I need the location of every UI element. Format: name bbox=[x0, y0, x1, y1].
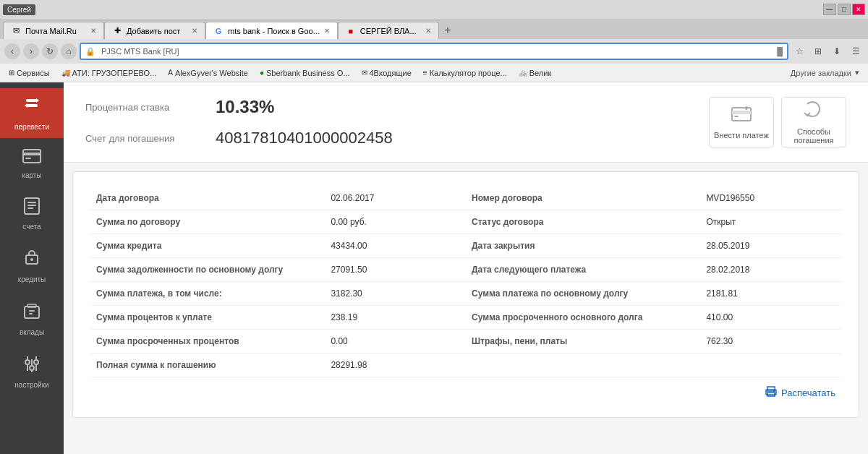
nastrojki-icon bbox=[22, 354, 42, 378]
svg-rect-27 bbox=[732, 111, 751, 114]
close-button[interactable]: ✕ bbox=[852, 4, 865, 15]
svg-rect-13 bbox=[25, 307, 39, 318]
extensions-button[interactable]: ⊞ bbox=[810, 43, 826, 59]
kredity-icon bbox=[22, 248, 42, 273]
top-info-grid: Процентная ставка 10.33% Счет для погаше… bbox=[85, 97, 393, 147]
other-bookmarks[interactable]: Другие закладки ▾ bbox=[786, 67, 864, 79]
bookmark-calc[interactable]: ≡ Калькулятор проце... bbox=[419, 67, 511, 79]
print-label: Распечатать bbox=[781, 387, 835, 398]
detail-label-3-right: Дата следующего платежа bbox=[466, 258, 700, 282]
tab-sergey-close[interactable]: ✕ bbox=[425, 27, 431, 35]
bookmark-services[interactable]: ⊞ Сервисы bbox=[4, 67, 54, 79]
bookmark-bike[interactable]: 🚲 Велик bbox=[514, 67, 556, 79]
tab-mail-icon: ✉ bbox=[11, 26, 21, 36]
rate-value: 10.33% bbox=[216, 97, 274, 117]
svg-rect-5 bbox=[23, 153, 41, 155]
user-badge: Сергей bbox=[3, 4, 35, 15]
bookmark-inbox[interactable]: ✉ 4Входящие bbox=[357, 67, 416, 79]
refresh-button[interactable]: ↻ bbox=[42, 43, 58, 59]
tab-mail[interactable]: ✉ Почта Mail.Ru ✕ bbox=[3, 22, 104, 39]
detail-value-3-left: 27091.50 bbox=[325, 258, 466, 282]
sberbank-icon: ● bbox=[260, 69, 264, 77]
bookmark-inbox-label: 4Входящие bbox=[370, 69, 412, 77]
sposoby-label: Способы погашения bbox=[782, 127, 846, 145]
address-input-wrapper[interactable]: 🔒 PJSC MTS Bank [RU] █ bbox=[80, 43, 788, 60]
bike-icon: 🚲 bbox=[519, 69, 527, 77]
svg-point-19 bbox=[30, 366, 34, 370]
tab-sergey[interactable]: ■ СЕРГЕЙ ВЛА... ✕ bbox=[338, 22, 439, 39]
sidebar-item-perevesti[interactable]: перевести bbox=[0, 88, 64, 138]
detail-value-5-left: 238.19 bbox=[325, 306, 466, 330]
bookmark-calc-label: Калькулятор проце... bbox=[430, 69, 507, 77]
bookmark-alexgyver[interactable]: A AlexGyver's Website bbox=[163, 67, 252, 79]
print-row: Распечатать bbox=[90, 377, 841, 403]
chevron-down-icon: ▾ bbox=[855, 68, 859, 77]
tab-mts-label: mts bank - Поиск в Goo... bbox=[228, 27, 320, 35]
detail-value-1-left: 0.00 руб. bbox=[325, 210, 466, 234]
bookmark-sberbank[interactable]: ● Sberbank Business O... bbox=[255, 67, 354, 79]
bookmark-ati[interactable]: 🚚 АТИ: ГРУЗОПЕРЕВО... bbox=[57, 67, 161, 79]
sidebar-perevesti-label: перевести bbox=[14, 123, 49, 131]
rate-row: Процентная ставка 10.33% bbox=[85, 97, 393, 117]
sidebar-item-vklady[interactable]: вклады bbox=[0, 294, 64, 343]
print-button[interactable]: Распечатать bbox=[765, 386, 835, 400]
sidebar-karty-label: карты bbox=[22, 171, 41, 179]
tab-mts[interactable]: G mts bank - Поиск в Goo... ✕ bbox=[205, 22, 338, 39]
sidebar-vklady-label: вклады bbox=[20, 328, 44, 336]
minimize-button[interactable]: — bbox=[823, 4, 836, 15]
sidebar-kredity-label: кредиты bbox=[18, 275, 46, 283]
tab-sergey-label: СЕРГЕЙ ВЛА... bbox=[360, 27, 417, 35]
new-tab-button[interactable]: + bbox=[439, 22, 456, 39]
svg-rect-4 bbox=[23, 150, 41, 163]
vnosti-icon bbox=[731, 105, 752, 127]
detail-label-6-right: Штрафы, пени, платы bbox=[466, 330, 700, 354]
detail-label-4-left: Сумма платежа, в том числе: bbox=[90, 282, 325, 306]
tab-mts-close[interactable]: ✕ bbox=[324, 27, 330, 35]
vnosti-button[interactable]: Внести платеж bbox=[709, 97, 774, 147]
svg-rect-28 bbox=[734, 116, 739, 117]
bookmark-sberbank-label: Sberbank Business O... bbox=[266, 69, 350, 77]
detail-label-0-left: Дата договора bbox=[90, 187, 325, 210]
table-row: Сумма платежа, в том числе: 3182.30 Сумм… bbox=[90, 282, 841, 306]
title-bar: Сергей — □ ✕ bbox=[0, 0, 868, 19]
detail-value-6-left: 0.00 bbox=[325, 330, 466, 354]
sidebar-item-karty[interactable]: карты bbox=[0, 141, 64, 187]
download-button[interactable]: ⬇ bbox=[829, 43, 845, 59]
sidebar-nastrojki-label: настройки bbox=[14, 381, 48, 389]
details-section: Дата договора 02.06.2017 Номер договора … bbox=[72, 171, 859, 418]
star-button[interactable]: ☆ bbox=[791, 43, 807, 59]
tab-mail-close[interactable]: ✕ bbox=[90, 27, 96, 35]
top-section: Процентная ставка 10.33% Счет для погаше… bbox=[64, 82, 868, 163]
table-row: Сумма процентов к уплате 238.19 Сумма пр… bbox=[90, 306, 841, 330]
table-row: Сумма задолженности по основному долгу 2… bbox=[90, 258, 841, 282]
detail-value-2-right: 28.05.2019 bbox=[700, 234, 841, 258]
back-button[interactable]: ‹ bbox=[4, 43, 20, 59]
menu-button[interactable]: ☰ bbox=[848, 43, 864, 59]
account-row: Счет для погашения 40817810401000002458 bbox=[85, 129, 393, 147]
tab-post[interactable]: ✚ Добавить пост ✕ bbox=[104, 22, 205, 39]
tab-bar: ✉ Почта Mail.Ru ✕ ✚ Добавить пост ✕ G mt… bbox=[0, 19, 868, 39]
detail-label-1-left: Сумма по договору bbox=[90, 210, 325, 234]
bookmark-ati-label: АТИ: ГРУЗОПЕРЕВО... bbox=[72, 69, 157, 77]
window-controls: — □ ✕ bbox=[823, 4, 865, 15]
detail-label-7-left: Полная сумма к погашению bbox=[90, 354, 325, 377]
sidebar-item-nastrojki[interactable]: настройки bbox=[0, 346, 64, 396]
detail-value-0-right: MVD196550 bbox=[700, 187, 841, 210]
maximize-button[interactable]: □ bbox=[838, 4, 851, 15]
svg-marker-3 bbox=[25, 103, 27, 108]
tab-post-icon: ✚ bbox=[112, 26, 122, 36]
detail-value-2-left: 43434.00 bbox=[325, 234, 466, 258]
forward-button[interactable]: › bbox=[23, 43, 39, 59]
sidebar-item-kredity[interactable]: кредиты bbox=[0, 241, 64, 291]
detail-value-5-right: 410.00 bbox=[700, 306, 841, 330]
sposoby-button[interactable]: Способы погашения bbox=[781, 97, 846, 147]
services-icon: ⊞ bbox=[9, 69, 14, 77]
svg-rect-0 bbox=[26, 99, 38, 102]
calc-icon: ≡ bbox=[423, 69, 427, 77]
svg-rect-9 bbox=[27, 205, 36, 206]
svg-point-12 bbox=[30, 258, 33, 261]
home-button[interactable]: ⌂ bbox=[61, 43, 77, 59]
tab-post-close[interactable]: ✕ bbox=[192, 27, 197, 35]
action-buttons: Внести платеж Способы погашения bbox=[709, 97, 846, 147]
sidebar-item-scheta[interactable]: счета bbox=[0, 189, 64, 238]
